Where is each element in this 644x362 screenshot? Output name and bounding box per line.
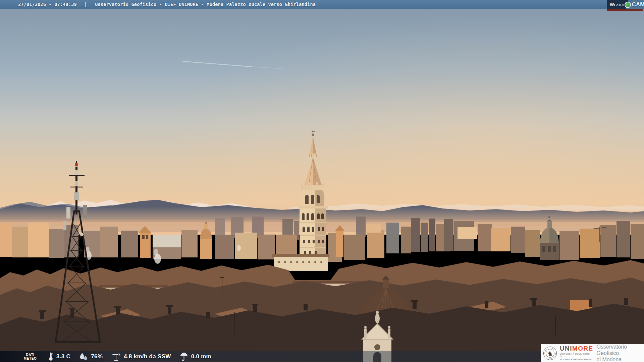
svg-text:♞: ♞ <box>547 350 553 357</box>
precipitation-reading: 0.0 mm <box>180 352 211 361</box>
unimore-seal-icon: ♞ <box>543 346 557 360</box>
humidity-reading: 76% <box>79 352 103 361</box>
datetime-text: 27/01/2026 - 07:49:39 <box>18 2 77 7</box>
meteo-label: DATI METEO <box>21 353 40 360</box>
camera-title: Osservatorio Geofisico - DIEF UNIMORE - … <box>95 2 316 7</box>
weathercam-weather-text: Weather <box>607 2 627 7</box>
logo-red-strip <box>607 9 643 11</box>
midground-church-tower <box>139 226 151 258</box>
unimore-badge[interactable]: ♞ UNIMORE UNIVERSITÀ DEGLI STUDI DI MODE… <box>541 344 644 362</box>
weathercam-cam-text: CAM <box>632 2 644 8</box>
osd-top-bar: 27/01/2026 - 07:49:39 | Osservatorio Geo… <box>0 0 644 9</box>
umbrella-icon <box>180 352 188 361</box>
weathervane-icon <box>111 352 121 361</box>
weathercam-logo[interactable]: Weather CAM <box>607 0 643 11</box>
wind-reading: 4.8 km/h da SSW <box>111 352 171 361</box>
unimore-wordmark: UNIMORE UNIVERSITÀ DEGLI STUDI DI MODENA… <box>560 345 593 361</box>
separator: | <box>84 2 87 7</box>
observatory-name: Osservatorio Geofisico di Modena <box>597 344 644 362</box>
webcam-viewer: 27/01/2026 - 07:49:39 | Osservatorio Geo… <box>0 0 644 362</box>
temperature-reading: 3.3 C <box>48 352 70 361</box>
humidity-icon <box>79 352 88 361</box>
globe-icon <box>625 2 631 8</box>
thermometer-icon <box>48 352 53 361</box>
small-lit-tower <box>335 225 344 257</box>
webcam-photo <box>0 0 644 362</box>
